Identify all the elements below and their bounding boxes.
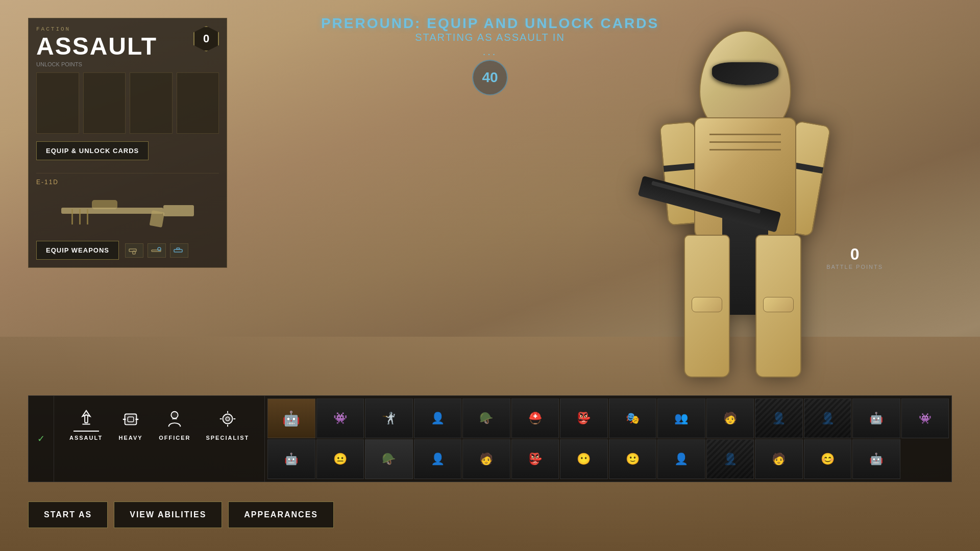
character-body: [648, 31, 842, 418]
weapon-alt-sniper-icon[interactable]: [148, 243, 166, 258]
weapon-image-area: [36, 190, 219, 236]
left-panel: FACTION ASSAULT 0 UNLOCK POINTS EQUIP & …: [28, 18, 227, 268]
character-chest-detail: [709, 134, 781, 135]
weapon-detail-3: [87, 209, 88, 224]
class-title: ASSAULT: [36, 34, 219, 59]
weapon-detail-1: [71, 209, 73, 224]
score-badge-value: 0: [203, 32, 209, 45]
knee-pad-right: [763, 297, 794, 312]
character-leg-right: [755, 235, 801, 378]
equip-cards-button[interactable]: EQUIP & UNLOCK CARDS: [36, 141, 149, 160]
svg-rect-5: [177, 248, 180, 249]
weapon-grip: [150, 210, 165, 228]
divider-1: [36, 173, 219, 173]
faction-label: FACTION: [36, 26, 219, 32]
equip-weapons-row: EQUIP WEAPONS: [36, 241, 219, 260]
weapon-alt-extra-icon[interactable]: [170, 243, 188, 258]
extra-svg: [174, 246, 185, 255]
pistol-svg: [129, 246, 140, 255]
sniper-svg: [151, 246, 162, 255]
weapon-barrel: [61, 208, 163, 214]
weapon-label: E-11D: [36, 179, 219, 186]
weapon-drawing: [56, 195, 199, 231]
weapon-stock: [163, 205, 194, 216]
unlock-label: UNLOCK POINTS: [36, 61, 219, 67]
card-slot-1[interactable]: [36, 72, 79, 134]
weapon-alt-icons: [125, 243, 188, 258]
svg-point-3: [158, 247, 161, 251]
card-slot-3[interactable]: [130, 72, 173, 134]
svg-rect-1: [133, 251, 135, 254]
weapon-alt-pistol-icon[interactable]: [125, 243, 143, 258]
weapon-section: E-11D EQUIP WEAPONS: [36, 179, 219, 260]
card-slot-4[interactable]: [177, 72, 219, 134]
card-slots: [36, 72, 219, 134]
character-figure: [648, 31, 842, 418]
knee-pad-left: [692, 297, 722, 312]
equip-weapons-button[interactable]: EQUIP WEAPONS: [36, 241, 119, 260]
arm-stripe-left: [664, 163, 699, 172]
character-visor: [712, 62, 778, 85]
character-leg-left: [684, 235, 730, 378]
card-slot-2[interactable]: [83, 72, 126, 134]
weapon-detail-2: [79, 209, 81, 224]
